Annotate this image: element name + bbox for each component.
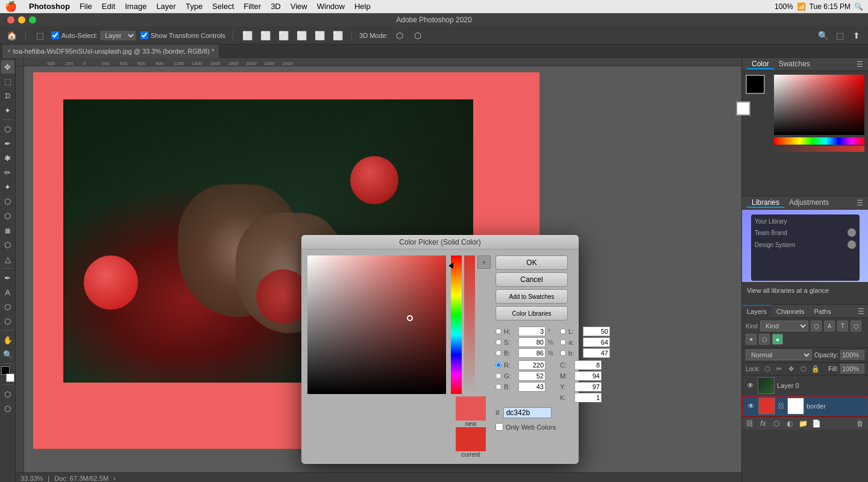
shape-filter-icon[interactable]: ⬡ (851, 321, 861, 331)
h-input[interactable] (518, 327, 546, 336)
add-to-swatches-icon[interactable]: + (477, 255, 491, 269)
only-web-colors-checkbox[interactable] (495, 423, 503, 431)
path-tool[interactable]: ⬡ (1, 300, 14, 313)
image-menu[interactable]: Image (120, 2, 151, 11)
lock-position-icon[interactable]: ✥ (787, 364, 796, 374)
color-panel-menu-icon[interactable]: ☰ (857, 60, 863, 69)
search-icon[interactable]: 🔍 (854, 2, 863, 11)
quick-mask-tool[interactable]: ⬡ (1, 387, 14, 401)
smart-filter-icon[interactable]: ✦ (746, 334, 756, 345)
view-all-libraries[interactable]: View all libraries at a glance (742, 282, 868, 299)
share-icon[interactable]: ⬆ (850, 29, 863, 42)
auto-select-checkbox[interactable] (51, 31, 59, 39)
app-name-menu[interactable]: Photoshop (24, 2, 75, 11)
file-menu[interactable]: File (75, 2, 97, 11)
libraries-preview[interactable]: Your Library Team Brand Design System (742, 210, 868, 282)
adjustment-layer-icon[interactable]: ◐ (784, 418, 795, 429)
link-layers-icon[interactable]: ⛓ (744, 418, 755, 429)
align-top-icon[interactable]: ⬜ (295, 29, 308, 42)
b-input[interactable] (518, 348, 546, 358)
color-gradient-square[interactable] (307, 255, 446, 394)
l-radio[interactable] (560, 328, 566, 334)
pixel-filter-icon[interactable]: ⬡ (811, 321, 822, 331)
s-input[interactable] (518, 337, 546, 347)
new-layer-icon[interactable]: 📄 (811, 418, 822, 429)
close-button[interactable] (7, 16, 14, 23)
3d-menu[interactable]: 3D (266, 2, 286, 11)
align-middle-icon[interactable]: ⬜ (313, 29, 326, 42)
text-tool[interactable]: A (1, 286, 14, 299)
new-group-icon[interactable]: 📁 (797, 418, 808, 429)
add-to-swatches-button[interactable]: Add to Swatches (495, 289, 568, 304)
hand-tool[interactable]: ✋ (1, 333, 14, 346)
b-lab-radio[interactable] (560, 350, 566, 356)
arrow-icon[interactable]: › (113, 475, 116, 482)
lock-all-icon[interactable]: 🔒 (811, 364, 820, 374)
layer-row-border[interactable]: 👁 ⛓ border (742, 396, 868, 416)
lock-pixels-icon[interactable]: ✏ (775, 364, 784, 374)
align-left-icon[interactable]: ⬜ (241, 29, 254, 42)
background-color-swatch[interactable] (736, 101, 750, 116)
swatches-tab[interactable]: Swatches (774, 60, 815, 69)
apple-menu[interactable]: 🍎 (5, 1, 17, 12)
tab-close-icon[interactable]: × (7, 48, 11, 54)
view-menu[interactable]: View (286, 2, 312, 11)
minimize-button[interactable] (18, 16, 25, 23)
m-input[interactable] (574, 371, 602, 381)
l-input[interactable] (583, 327, 610, 336)
opacity-input[interactable] (840, 350, 864, 360)
hex-input[interactable] (503, 407, 552, 418)
align-right-icon[interactable]: ⬜ (277, 29, 290, 42)
history-tool[interactable]: ⬡ (1, 195, 14, 208)
hue-bar-horizontal[interactable] (774, 137, 864, 145)
home-icon[interactable]: 🏠 (5, 29, 18, 42)
delete-layer-icon[interactable]: 🗑 (855, 418, 866, 429)
layer-row-layer0[interactable]: 👁 Layer 0 (742, 375, 868, 396)
show-transform-checkbox[interactable] (140, 31, 148, 39)
selection-tool[interactable]: ⬚ (1, 75, 14, 88)
crop-tool[interactable]: ⬡ (1, 122, 14, 136)
layer-menu[interactable]: Layer (151, 2, 181, 11)
traffic-lights[interactable] (7, 16, 36, 23)
layers-panel-menu-icon[interactable]: ☰ (858, 307, 868, 316)
border-visibility-icon[interactable]: 👁 (746, 401, 756, 411)
b-radio[interactable] (495, 350, 502, 356)
g-input[interactable] (518, 371, 546, 381)
pen-tool[interactable]: ✒ (1, 271, 14, 284)
hue-strip[interactable] (451, 255, 462, 394)
layer-filter-icon[interactable]: ⬡ (759, 334, 770, 345)
color-libraries-button[interactable]: Color Libraries (495, 306, 568, 321)
help-menu[interactable]: Help (350, 2, 376, 11)
b2-radio[interactable] (495, 384, 502, 390)
libraries-tab[interactable]: Libraries (747, 198, 784, 208)
dodge-tool[interactable]: △ (1, 252, 14, 266)
edit-menu[interactable]: Edit (97, 2, 120, 11)
r-radio[interactable] (495, 362, 502, 368)
type-filter-icon[interactable]: T (837, 321, 848, 331)
libraries-panel-menu-icon[interactable]: ☰ (857, 199, 863, 207)
fullscreen-button[interactable] (29, 16, 36, 23)
document-tab[interactable]: × toa-heftiba-WsDF95mSUsI-unsplash.jpg @… (2, 45, 219, 58)
clone-tool[interactable]: ✦ (1, 180, 14, 193)
eraser-tool[interactable]: ⬡ (1, 209, 14, 222)
y-input[interactable] (574, 382, 602, 392)
layer0-visibility-icon[interactable]: 👁 (746, 381, 755, 390)
canvas-content[interactable]: Color Picker (Solid Color) (24, 66, 741, 472)
layers-tab[interactable]: Layers (742, 305, 772, 318)
foreground-color-swatch[interactable] (746, 75, 765, 94)
window-menu[interactable]: Window (312, 2, 350, 11)
add-mask-icon[interactable]: ⬡ (771, 418, 782, 429)
cancel-button[interactable]: Cancel (495, 272, 568, 287)
gradient-tool[interactable]: ▦ (1, 224, 14, 237)
blur-tool[interactable]: ⬡ (1, 238, 14, 251)
zoom-tool[interactable]: 🔍 (1, 348, 14, 361)
ok-button[interactable]: OK (495, 255, 568, 270)
lock-transparency-icon[interactable]: ⬡ (763, 364, 772, 374)
color-tab[interactable]: Color (747, 60, 774, 69)
a-lab-radio[interactable] (560, 339, 566, 345)
auto-select-dropdown[interactable]: Layer Group (100, 31, 136, 40)
brush-tool[interactable]: ✏ (1, 166, 14, 179)
fill-input[interactable] (840, 364, 864, 374)
adjustments-tab[interactable]: Adjustments (784, 198, 834, 208)
lasso-tool[interactable]: ᗤ (1, 89, 14, 102)
